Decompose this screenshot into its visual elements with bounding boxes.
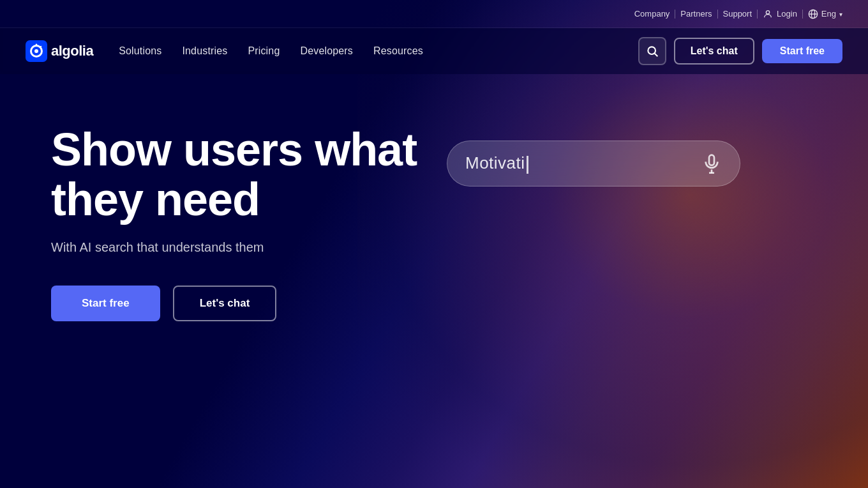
support-link[interactable]: Support bbox=[723, 9, 752, 19]
logo-text: algolia bbox=[51, 43, 93, 59]
svg-point-6 bbox=[34, 49, 38, 53]
nav-pricing[interactable]: Pricing bbox=[248, 45, 280, 57]
lets-chat-nav-button[interactable]: Let's chat bbox=[674, 38, 754, 65]
nav-solutions[interactable]: Solutions bbox=[119, 45, 161, 57]
start-free-nav-button[interactable]: Start free bbox=[762, 39, 842, 63]
svg-rect-11 bbox=[709, 155, 714, 165]
nav-resources[interactable]: Resources bbox=[373, 45, 423, 57]
separator-4 bbox=[802, 10, 803, 19]
start-free-hero-button[interactable]: Start free bbox=[51, 286, 160, 321]
language-selector[interactable]: Eng ▾ bbox=[808, 9, 842, 19]
login-link[interactable]: Login bbox=[763, 9, 797, 19]
hero-section: Show users what they need With AI search… bbox=[0, 74, 868, 470]
algolia-logo-icon bbox=[26, 40, 47, 62]
globe-icon bbox=[808, 9, 818, 19]
microphone-icon[interactable] bbox=[701, 153, 722, 174]
utility-links: Company Partners Support Login Eng ▾ bbox=[634, 9, 842, 19]
cursor-bar bbox=[527, 156, 528, 174]
separator-3 bbox=[757, 10, 758, 19]
svg-point-9 bbox=[648, 47, 655, 54]
user-icon bbox=[763, 9, 773, 19]
hero-title: Show users what they need bbox=[51, 125, 434, 225]
lets-chat-hero-button[interactable]: Let's chat bbox=[173, 286, 277, 321]
main-navigation: algolia Solutions Industries Pricing Dev… bbox=[0, 28, 868, 74]
search-demo-text: Motivati bbox=[465, 153, 691, 173]
utility-bar: Company Partners Support Login Eng ▾ bbox=[0, 0, 868, 28]
nav-left: algolia Solutions Industries Pricing Dev… bbox=[26, 40, 423, 62]
svg-line-10 bbox=[654, 54, 657, 57]
search-demo-bar: Motivati bbox=[447, 141, 740, 187]
primary-nav-links: Solutions Industries Pricing Developers … bbox=[119, 45, 423, 57]
nav-industries[interactable]: Industries bbox=[182, 45, 227, 57]
logo[interactable]: algolia bbox=[26, 40, 93, 62]
partners-link[interactable]: Partners bbox=[680, 9, 712, 19]
search-button[interactable] bbox=[638, 37, 666, 65]
search-icon bbox=[646, 45, 659, 57]
company-link[interactable]: Company bbox=[634, 9, 670, 19]
svg-line-8 bbox=[40, 47, 41, 47]
nav-right: Let's chat Start free bbox=[638, 37, 842, 65]
nav-developers[interactable]: Developers bbox=[300, 45, 353, 57]
separator-1 bbox=[675, 10, 675, 19]
separator-2 bbox=[717, 10, 718, 19]
chevron-down-icon: ▾ bbox=[839, 11, 842, 18]
hero-subtitle: With AI search that understands them bbox=[51, 240, 383, 255]
hero-cta-group: Start free Let's chat bbox=[51, 286, 868, 321]
svg-point-0 bbox=[766, 10, 769, 13]
